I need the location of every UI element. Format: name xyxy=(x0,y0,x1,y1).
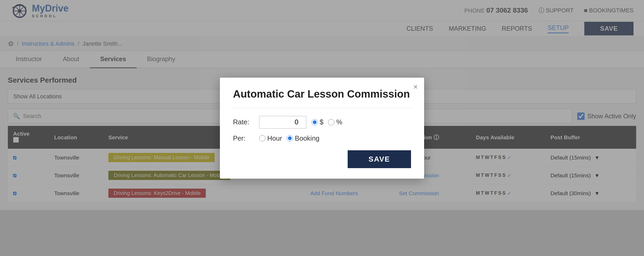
booking-radio[interactable] xyxy=(287,135,293,141)
dollar-label: $ xyxy=(320,118,323,126)
modal-overlay: Automatic Car Lesson Commission × Rate: … xyxy=(0,0,644,256)
modal-footer: SAVE xyxy=(233,150,411,168)
dollar-radio[interactable] xyxy=(312,119,318,125)
percent-radio[interactable] xyxy=(328,119,334,125)
modal-title: Automatic Car Lesson Commission xyxy=(233,88,411,100)
rate-input[interactable] xyxy=(259,116,306,129)
hour-label: Hour xyxy=(267,134,282,142)
modal-rate-row: Rate: $ % xyxy=(233,116,411,129)
modal-save-button[interactable]: SAVE xyxy=(348,150,411,168)
booking-option[interactable]: Booking xyxy=(287,134,319,142)
modal-close-button[interactable]: × xyxy=(413,82,418,91)
modal-divider xyxy=(233,108,411,108)
commission-modal: Automatic Car Lesson Commission × Rate: … xyxy=(220,78,424,179)
percent-option[interactable]: % xyxy=(328,118,342,126)
hour-option[interactable]: Hour xyxy=(259,134,282,142)
currency-radio-group: $ % xyxy=(312,118,342,126)
percent-label: % xyxy=(336,118,342,126)
booking-label: Booking xyxy=(295,134,319,142)
hour-radio[interactable] xyxy=(259,135,265,141)
per-label: Per: xyxy=(233,134,254,142)
per-radio-group: Hour Booking xyxy=(259,134,319,142)
dollar-option[interactable]: $ xyxy=(312,118,323,126)
rate-label: Rate: xyxy=(233,118,254,126)
modal-per-row: Per: Hour Booking xyxy=(233,134,411,142)
